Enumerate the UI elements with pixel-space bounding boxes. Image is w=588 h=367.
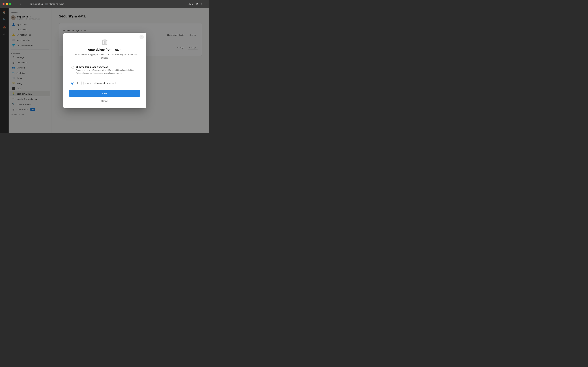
custom-unit-select[interactable]: days ∨ bbox=[83, 81, 92, 85]
breadcrumb-item1[interactable]: Marketing bbox=[33, 3, 43, 5]
nav-controls: ‹ › + bbox=[16, 2, 27, 6]
nav-back-button[interactable]: ‹ bbox=[16, 2, 18, 6]
save-button[interactable]: Save bbox=[69, 90, 140, 97]
breadcrumb-separator: / bbox=[44, 3, 44, 5]
breadcrumb-icon1: ▦ bbox=[30, 3, 32, 5]
custom-unit-arrow: ∨ bbox=[90, 82, 91, 84]
option-30days-label: 30 days, then delete from Trash bbox=[76, 66, 138, 68]
custom-number-select[interactable]: 5 ∨ bbox=[76, 81, 82, 85]
modal-option-custom[interactable]: 5 ∨ days ∨ , then delete from trash bbox=[69, 79, 140, 87]
modal-title: Auto-delete from Trash bbox=[69, 48, 140, 51]
modal-close-button[interactable]: × bbox=[139, 35, 144, 39]
breadcrumb-item2[interactable]: Marketing tasks bbox=[49, 3, 64, 5]
modal-option-30days[interactable]: 30 days, then delete from Trash Pages de… bbox=[69, 63, 140, 77]
option-30days-content: 30 days, then delete from Trash Pages de… bbox=[76, 66, 138, 75]
modal-overlay: × Auto-delete from Trash Customize how l… bbox=[0, 8, 209, 133]
cancel-button[interactable]: Cancel bbox=[69, 98, 140, 104]
option-30days-desc: Pages deleted from Trash are retained fo… bbox=[76, 69, 138, 75]
modal-trash-icon bbox=[69, 38, 140, 46]
radio-custom[interactable] bbox=[71, 82, 74, 84]
breadcrumb-icon2: 👥 bbox=[45, 3, 48, 5]
custom-unit-value: days bbox=[85, 82, 89, 84]
more-button[interactable]: ··· bbox=[205, 3, 207, 5]
breadcrumb: ▦ Marketing / 👥 Marketing tasks bbox=[30, 3, 64, 5]
minimize-window-button[interactable] bbox=[6, 3, 8, 5]
nav-add-button[interactable]: + bbox=[24, 2, 27, 6]
traffic-lights bbox=[2, 3, 11, 5]
auto-delete-modal: × Auto-delete from Trash Customize how l… bbox=[63, 33, 146, 108]
custom-suffix-label: , then delete from trash bbox=[94, 82, 116, 84]
close-window-button[interactable] bbox=[2, 3, 5, 5]
radio-30days[interactable] bbox=[71, 66, 74, 69]
nav-forward-button[interactable]: › bbox=[19, 2, 22, 6]
title-actions: Share ⏱ ☆ ··· bbox=[188, 3, 207, 5]
star-icon[interactable]: ☆ bbox=[201, 3, 202, 5]
history-icon[interactable]: ⏱ bbox=[196, 3, 198, 5]
custom-number-arrow: ∨ bbox=[79, 82, 80, 84]
option-30days-row: 30 days, then delete from Trash Pages de… bbox=[71, 66, 138, 75]
maximize-window-button[interactable] bbox=[9, 3, 11, 5]
share-button[interactable]: Share bbox=[188, 3, 193, 5]
title-bar: ‹ › + ▦ Marketing / 👥 Marketing tasks Sh… bbox=[0, 0, 209, 8]
app-body: 🏠 🔍 📥 ⚙ Account SL Stephanie Lee stephan… bbox=[0, 8, 209, 133]
modal-subtitle: Customize how long pages stay in Trash b… bbox=[69, 53, 140, 59]
custom-number-value: 5 bbox=[77, 82, 79, 84]
